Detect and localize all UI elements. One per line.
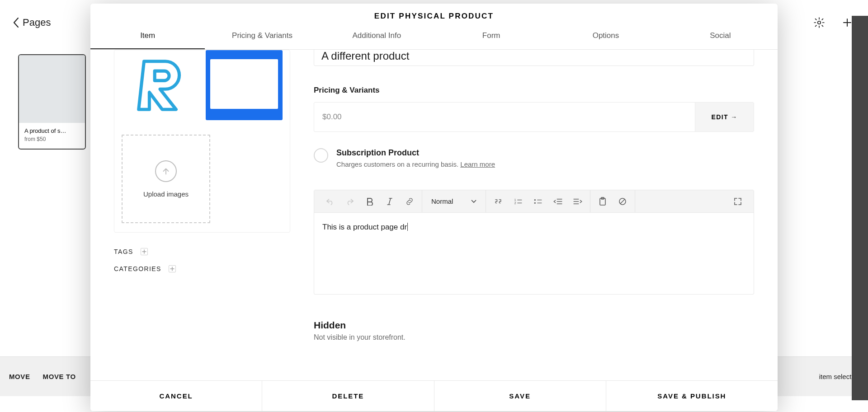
fullscreen-button[interactable] (728, 193, 747, 210)
product-image-1[interactable] (122, 50, 198, 120)
svg-point-4 (534, 202, 536, 203)
clear-icon (618, 197, 627, 206)
subscription-toggle[interactable] (314, 148, 328, 163)
modal-footer: CANCEL DELETE SAVE SAVE & PUBLISH (90, 380, 778, 411)
editor-toolbar: Normal 12 (314, 190, 754, 213)
side-panel-edge (852, 16, 868, 400)
subscription-desc: Charges customers on a recurring basis. … (336, 160, 495, 168)
editor-content: This is a product page dr (322, 223, 408, 231)
back-label: Pages (23, 17, 51, 28)
indent-icon (573, 198, 583, 205)
tags-label: TAGS (114, 248, 133, 255)
save-publish-button[interactable]: SAVE & PUBLISH (606, 381, 778, 411)
outdent-icon (553, 198, 563, 205)
link-icon (405, 197, 414, 206)
image-panel: Upload images (114, 50, 290, 233)
plus-icon (842, 17, 853, 28)
product-card-title: A product of s… (24, 127, 80, 134)
clipboard-icon (599, 197, 607, 206)
delete-button[interactable]: DELETE (262, 381, 434, 411)
hidden-desc: Not visible in your storefront. (314, 333, 754, 342)
quote-icon (494, 198, 503, 205)
svg-point-0 (818, 21, 821, 24)
product-card[interactable]: A product of s… from $50 (18, 54, 86, 150)
indent-button[interactable] (568, 193, 587, 210)
quote-button[interactable] (489, 193, 508, 210)
product-name-input[interactable]: A different product (314, 50, 754, 66)
undo-icon (326, 198, 335, 205)
paste-button[interactable] (593, 193, 612, 210)
pricing-section-title: Pricing & Variants (314, 86, 754, 95)
tab-pricing-variants[interactable]: Pricing & Variants (205, 23, 319, 49)
description-editor: Normal 12 (314, 190, 754, 295)
bullet-list-icon (533, 198, 542, 205)
style-select-value: Normal (431, 197, 453, 205)
logo-r-icon (133, 56, 187, 115)
svg-text:2: 2 (514, 201, 516, 204)
italic-button[interactable] (380, 193, 399, 210)
svg-point-3 (534, 199, 536, 201)
categories-label: CATEGORIES (114, 265, 161, 272)
italic-icon (387, 197, 393, 206)
edit-pricing-button[interactable]: EDIT → (695, 103, 754, 131)
product-card-price: from $50 (24, 136, 80, 142)
learn-more-link[interactable]: Learn more (460, 160, 495, 168)
upload-images[interactable]: Upload images (122, 135, 210, 223)
tab-options[interactable]: Options (548, 23, 663, 49)
move-to-action[interactable]: MOVE TO (43, 373, 76, 380)
link-button[interactable] (400, 193, 419, 210)
plus-small-icon (142, 249, 146, 254)
upload-label: Upload images (143, 190, 189, 198)
settings-button[interactable] (811, 14, 827, 31)
bold-button[interactable] (360, 193, 379, 210)
bullet-list-button[interactable] (528, 193, 547, 210)
tab-item[interactable]: Item (90, 23, 205, 49)
cancel-button[interactable]: CANCEL (90, 381, 262, 411)
back-to-pages[interactable]: Pages (13, 17, 51, 28)
add-tag-button[interactable] (141, 248, 148, 255)
bold-icon (366, 197, 373, 206)
price-value: $0.00 (314, 103, 695, 131)
tab-form[interactable]: Form (434, 23, 548, 49)
style-select[interactable]: Normal (425, 190, 483, 212)
product-name-value: A different product (321, 50, 409, 62)
modal-tabs: Item Pricing & Variants Additional Info … (90, 23, 778, 50)
add-category-button[interactable] (169, 265, 176, 272)
move-action[interactable]: MOVE (9, 373, 30, 380)
undo-button[interactable] (321, 193, 340, 210)
modal-title: EDIT PHYSICAL PRODUCT (90, 4, 778, 23)
tab-social[interactable]: Social (663, 23, 778, 49)
hidden-title: Hidden (314, 320, 754, 331)
redo-button[interactable] (340, 193, 359, 210)
product-image-2[interactable] (206, 50, 283, 120)
product-thumbnail (19, 55, 85, 123)
pricing-row: $0.00 EDIT → (314, 102, 754, 132)
editor-textarea[interactable]: This is a product page dr (314, 213, 754, 294)
tab-additional-info[interactable]: Additional Info (320, 23, 434, 49)
expand-icon (733, 197, 742, 206)
edit-product-modal: EDIT PHYSICAL PRODUCT Item Pricing & Var… (90, 4, 778, 411)
clear-format-button[interactable] (613, 193, 632, 210)
plus-small-icon (170, 267, 175, 271)
save-button[interactable]: SAVE (434, 381, 606, 411)
numbered-list-icon: 12 (514, 198, 523, 205)
subscription-title: Subscription Product (336, 148, 495, 158)
gear-icon (813, 17, 825, 28)
outdent-button[interactable] (548, 193, 567, 210)
redo-icon (345, 198, 354, 205)
upload-icon (155, 160, 177, 182)
chevron-down-icon (471, 200, 476, 203)
chevron-left-icon (13, 17, 19, 28)
numbered-list-button[interactable]: 12 (509, 193, 528, 210)
